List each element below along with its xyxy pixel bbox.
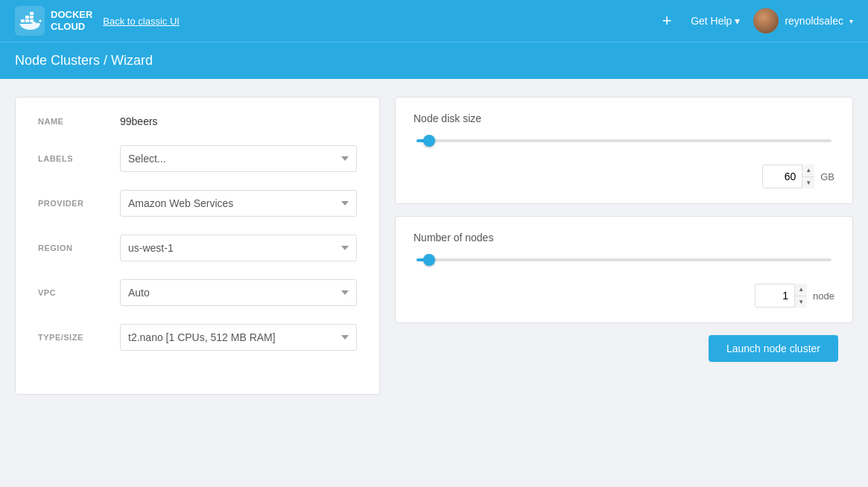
svg-rect-5	[30, 16, 34, 19]
subheader: Node Clusters / Wizard	[0, 42, 868, 79]
launch-row: Launch node cluster	[395, 335, 853, 374]
add-button[interactable]: +	[656, 10, 677, 31]
disk-spin-buttons: ▲ ▼	[802, 165, 814, 188]
docker-brand: DOCKER CLOUD	[51, 9, 92, 32]
typesize-select[interactable]: t2.nano [1 CPUs, 512 MB RAM]	[120, 324, 357, 351]
back-to-classic-link[interactable]: Back to classic UI	[103, 16, 180, 27]
header-right: + Get Help ▾ reynoldsalec ▾	[656, 8, 853, 34]
get-help-button[interactable]: Get Help ▾	[691, 15, 740, 27]
nodes-spin-buttons: ▲ ▼	[794, 284, 807, 308]
docker-logo-icon	[15, 6, 45, 36]
main-content: NAME 99beers LABELS Select... PROVIDER A…	[0, 79, 868, 413]
provider-row: PROVIDER Amazon Web Services	[38, 190, 357, 217]
svg-rect-1	[21, 19, 25, 22]
provider-select[interactable]: Amazon Web Services	[120, 190, 357, 217]
nodes-panel: Number of nodes ▲ ▼ node	[395, 216, 853, 323]
region-row: REGION us-west-1	[38, 235, 357, 261]
launch-node-cluster-button[interactable]: Launch node cluster	[709, 335, 838, 362]
provider-label: PROVIDER	[38, 199, 120, 208]
nodes-input-wrapper: ▲ ▼	[755, 284, 807, 308]
region-label: REGION	[38, 244, 120, 252]
disk-panel-title: Node disk size	[414, 112, 834, 124]
header: DOCKER CLOUD Back to classic UI + Get He…	[0, 0, 868, 42]
docker-logo: DOCKER CLOUD	[15, 6, 92, 36]
disk-spin-up[interactable]: ▲	[802, 165, 814, 177]
user-menu[interactable]: reynoldsalec ▾	[753, 8, 853, 34]
user-chevron-icon: ▾	[849, 17, 853, 25]
typesize-label: TYPE/SIZE	[38, 333, 120, 342]
chevron-down-icon: ▾	[735, 15, 740, 27]
region-select[interactable]: us-west-1	[120, 235, 357, 261]
disk-panel: Node disk size ▲ ▼ GB	[395, 97, 853, 204]
disk-spin-down[interactable]: ▼	[802, 177, 814, 189]
breadcrumb: Node Clusters / Wizard	[15, 53, 153, 68]
nodes-slider-container	[414, 258, 834, 284]
svg-point-7	[39, 20, 42, 22]
typesize-row: TYPE/SIZE t2.nano [1 CPUs, 512 MB RAM]	[38, 324, 357, 351]
disk-input-wrapper: ▲ ▼	[762, 165, 814, 188]
labels-label: LABELS	[38, 154, 120, 163]
nodes-panel-title: Number of nodes	[414, 232, 834, 244]
avatar-image	[753, 8, 779, 34]
nodes-slider-thumb[interactable]	[423, 254, 435, 266]
svg-rect-2	[25, 19, 29, 22]
name-label: NAME	[38, 117, 120, 126]
vpc-row: VPC Auto	[38, 279, 357, 306]
disk-unit-label: GB	[820, 171, 834, 182]
vpc-select[interactable]: Auto	[120, 279, 357, 306]
nodes-spin-down[interactable]: ▼	[795, 296, 807, 308]
disk-slider-track	[416, 139, 831, 142]
left-panel: NAME 99beers LABELS Select... PROVIDER A…	[15, 97, 380, 395]
disk-slider-container	[414, 139, 834, 165]
disk-slider-thumb[interactable]	[423, 135, 435, 147]
header-left: DOCKER CLOUD Back to classic UI	[15, 6, 180, 36]
nodes-unit-label: node	[813, 290, 834, 302]
nodes-spin-up[interactable]: ▲	[795, 284, 807, 296]
svg-rect-4	[25, 16, 29, 19]
avatar	[753, 8, 779, 34]
labels-select[interactable]: Select...	[120, 145, 357, 172]
vpc-label: VPC	[38, 288, 120, 297]
labels-row: LABELS Select...	[38, 145, 357, 172]
username-label: reynoldsalec	[785, 15, 843, 27]
name-value: 99beers	[120, 115, 158, 127]
disk-input-row: ▲ ▼ GB	[414, 165, 834, 188]
nodes-slider-track	[416, 258, 831, 261]
svg-rect-6	[30, 12, 34, 15]
nodes-input-row: ▲ ▼ node	[414, 284, 834, 308]
name-row: NAME 99beers	[38, 115, 357, 127]
right-panels: Node disk size ▲ ▼ GB Numbe	[395, 97, 853, 395]
